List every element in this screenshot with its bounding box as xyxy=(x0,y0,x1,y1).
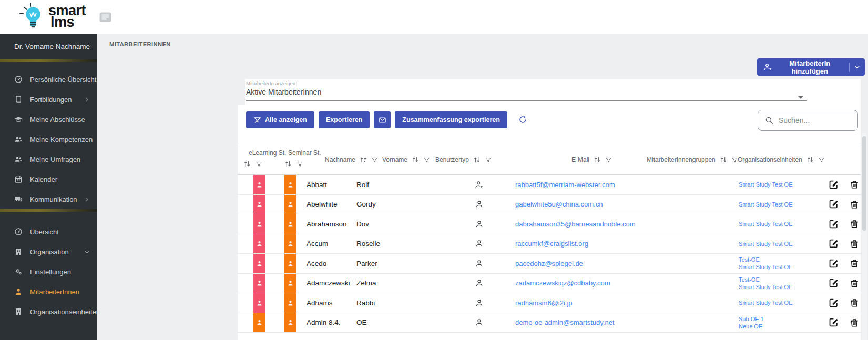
edit-button[interactable] xyxy=(828,214,839,234)
sidebar-item-kalender[interactable]: Kalender xyxy=(0,169,97,189)
org-unit-link[interactable]: Smart Study Test OE xyxy=(739,201,793,208)
nav-item-icon xyxy=(14,75,23,84)
org-unit-link[interactable]: Smart Study Test OE xyxy=(739,263,793,271)
email-link[interactable]: raccumkf@craigslist.org xyxy=(515,234,588,254)
delete-button[interactable] xyxy=(849,195,860,214)
seminar-status-badge xyxy=(284,214,296,234)
sort-icon[interactable] xyxy=(806,156,814,164)
nav-item-icon xyxy=(14,155,23,163)
email-link[interactable]: radhamsm6@i2i.jp xyxy=(515,293,573,313)
org-unit-link[interactable]: Smart Study Test OE xyxy=(739,181,793,188)
cell-nachname: Admin 8.4. xyxy=(307,313,341,333)
sidebar-item-meine-umfragen[interactable]: Meine Umfragen xyxy=(0,149,97,169)
export-button[interactable]: Exportieren xyxy=(319,111,370,128)
filter-icon[interactable] xyxy=(731,157,738,163)
delete-button[interactable] xyxy=(849,214,860,234)
edit-button[interactable] xyxy=(828,195,839,214)
sidebar-item-kommunikation[interactable]: Kommunikation xyxy=(0,189,97,209)
email-link[interactable]: pacedohz@spiegel.de xyxy=(515,254,583,273)
sidebar-item-mitarbeiterinnen[interactable]: MitarbeiterInnen xyxy=(0,282,97,302)
export-summary-button[interactable]: Zusammenfassung exportieren xyxy=(395,111,507,128)
cell-nachname: Adamczewski xyxy=(307,274,350,293)
org-unit-link[interactable]: Smart Study Test OE xyxy=(739,220,793,228)
email-link[interactable]: zadamczewskiqz@cdbaby.com xyxy=(515,274,610,293)
column-label: Nachname xyxy=(325,156,355,163)
delete-button[interactable] xyxy=(849,254,860,273)
trash-icon xyxy=(850,279,859,288)
edit-button[interactable] xyxy=(828,293,839,313)
org-unit-link[interactable]: Smart Study Test OE xyxy=(739,283,793,291)
sidebar-item-pers-nliche-bersicht[interactable]: Persönliche Übersicht xyxy=(0,69,97,89)
sidebar-item-label: MitarbeiterInnen xyxy=(30,288,79,296)
filter-icon[interactable] xyxy=(297,161,303,168)
edit-button[interactable] xyxy=(828,313,839,333)
filter-icon[interactable] xyxy=(256,161,262,168)
chevron-icon xyxy=(84,97,90,102)
sidebar-item-fortbildungen[interactable]: Fortbildungen xyxy=(0,89,97,109)
edit-button[interactable] xyxy=(828,254,839,273)
filter-select-value[interactable]: Aktive MitarbeiterInnen xyxy=(246,88,321,96)
filter-icon[interactable] xyxy=(371,157,378,163)
table-row: Adamczewski Zelma zadamczewskiqz@cdbaby.… xyxy=(238,274,861,294)
edit-button[interactable] xyxy=(828,274,839,293)
sidebar-item--bersicht[interactable]: Übersicht xyxy=(0,222,97,242)
sidebar-item-meine-kompetenzen[interactable]: Meine Kompetenzen xyxy=(0,129,97,149)
email-link[interactable]: gabelwhite5u@china.com.cn xyxy=(515,195,603,214)
elearning-status-badge xyxy=(253,175,265,194)
sidebar-item-meine-abschl-sse[interactable]: Meine Abschlüsse xyxy=(0,109,97,129)
table-row: Acedo Parker pacedohz@spiegel.de Test-OE… xyxy=(238,254,861,274)
org-unit-link[interactable]: Smart Study Test OE xyxy=(739,240,793,248)
select-dropdown-arrow[interactable] xyxy=(798,96,803,99)
column-header-vorname: Vorname xyxy=(382,154,430,165)
scrollbar-thumb[interactable] xyxy=(862,136,866,231)
delete-button[interactable] xyxy=(849,175,860,194)
org-unit-link[interactable]: Sub OE 1 xyxy=(739,315,764,323)
seminar-status-badge xyxy=(284,274,296,293)
org-unit-link[interactable]: Test-OE xyxy=(739,256,760,263)
sort-icon[interactable] xyxy=(411,156,420,164)
sort-icon[interactable] xyxy=(473,156,481,164)
delete-button[interactable] xyxy=(849,234,860,254)
org-unit-link[interactable]: Test-OE xyxy=(739,276,760,283)
org-unit-links: Test-OESmart Study Test OE xyxy=(739,274,831,293)
search-box[interactable] xyxy=(758,110,858,131)
sort-icon[interactable] xyxy=(593,156,601,164)
filter-icon[interactable] xyxy=(485,157,492,163)
filter-icon[interactable] xyxy=(423,157,430,163)
user-type-icon xyxy=(474,195,484,214)
sidebar-item-label: Fortbildungen xyxy=(30,96,72,104)
delete-button[interactable] xyxy=(849,274,860,293)
edit-button[interactable] xyxy=(828,175,839,194)
filter-icon[interactable] xyxy=(605,157,612,163)
delete-button[interactable] xyxy=(849,313,860,333)
sort-ascending-icon[interactable] xyxy=(359,156,367,164)
edit-button[interactable] xyxy=(828,234,839,254)
mail-button[interactable] xyxy=(374,111,391,128)
refresh-button[interactable] xyxy=(518,115,528,125)
elearning-status-badge xyxy=(253,234,265,254)
sidebar-item-einstellungen[interactable]: Einstellungen xyxy=(0,262,97,282)
email-link[interactable]: demo-oe-admin@smartstudy.net xyxy=(515,313,615,333)
sort-icon[interactable] xyxy=(243,160,251,168)
filter-icon[interactable] xyxy=(818,157,825,163)
search-input[interactable] xyxy=(779,116,851,125)
email-link[interactable]: dabrahamson35@barnesandnoble.com xyxy=(515,214,636,234)
vertical-scrollbar[interactable] xyxy=(862,133,867,340)
edit-icon xyxy=(829,298,839,308)
sort-icon[interactable] xyxy=(284,160,292,168)
user-type-icon xyxy=(474,214,484,234)
org-unit-link[interactable]: Smart Study Test OE xyxy=(739,299,793,306)
org-unit-link[interactable]: Neue OE xyxy=(739,323,762,330)
column-label: eLearning St. xyxy=(249,149,286,157)
delete-button[interactable] xyxy=(849,293,860,313)
chevron-down-icon[interactable] xyxy=(854,63,861,71)
show-all-button[interactable]: Alle anzeigen xyxy=(246,111,314,128)
sidebar-item-organisation[interactable]: Organisation xyxy=(0,242,97,262)
email-link[interactable]: rabbatt5f@merriam-webster.com xyxy=(515,175,615,194)
edit-icon xyxy=(829,317,839,327)
sidebar-toggle-icon[interactable] xyxy=(99,12,111,24)
sort-icon[interactable] xyxy=(719,156,728,164)
add-employee-button[interactable]: MitarbeiterIn hinzufügen xyxy=(757,58,865,76)
user-type-icon xyxy=(474,274,484,293)
sidebar-item-organisationseinheiten[interactable]: Organisationseinheiten xyxy=(0,302,97,322)
